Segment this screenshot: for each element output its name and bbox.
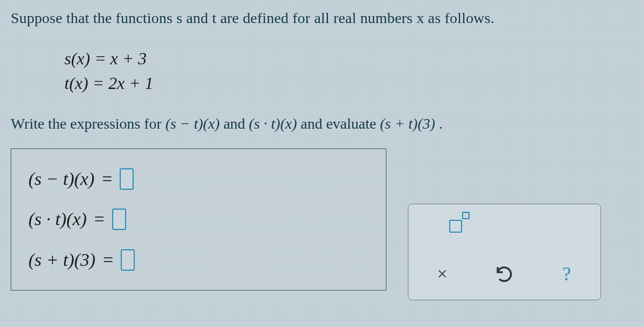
function-definitions: s(x) = x + 3 t(x) = 2x + 1 (64, 46, 633, 96)
tool-panel: × ? (408, 204, 601, 300)
ask-mid-1: and (223, 115, 248, 132)
answer-3-lhs: (s + t)(3) (28, 250, 96, 270)
answer-row-3: (s + t)(3) = (28, 249, 369, 271)
help-button[interactable]: ? (550, 261, 583, 287)
clear-button[interactable]: × (426, 261, 459, 287)
ask-prefix: Write the expressions for (11, 115, 165, 132)
undo-icon (494, 264, 515, 284)
answer-row-1: (s − t)(x) = (28, 168, 369, 190)
ask-expr-1: (s − t)(x) (165, 115, 219, 132)
answer-2-input[interactable] (112, 209, 126, 230)
equals-sign: = (94, 209, 105, 229)
answer-3-input[interactable] (121, 249, 135, 271)
equals-sign: = (102, 169, 112, 189)
problem-question: Write the expressions for (s − t)(x) and… (11, 115, 633, 132)
answer-1-lhs: (s − t)(x) (28, 169, 94, 189)
help-icon: ? (562, 263, 571, 285)
definition-s: s(x) = x + 3 (64, 46, 633, 71)
ask-expr-2: (s · t)(x) (249, 115, 297, 132)
ask-mid-2: and evaluate (301, 115, 380, 132)
undo-button[interactable] (488, 261, 521, 287)
ask-expr-3: (s + t)(3) (380, 115, 435, 132)
answer-2-lhs: (s · t)(x) (28, 209, 87, 229)
answer-row-2: (s · t)(x) = (28, 209, 369, 230)
problem-intro: Suppose that the functions s and t are d… (11, 10, 633, 27)
exponent-button[interactable] (440, 214, 472, 239)
answer-box: (s − t)(x) = (s · t)(x) = (s + t)(3) = (11, 148, 386, 291)
exponent-base-icon (449, 220, 462, 233)
ask-suffix: . (439, 115, 443, 132)
answer-1-input[interactable] (120, 168, 134, 190)
definition-t: t(x) = 2x + 1 (64, 71, 633, 95)
tool-row-templates (420, 214, 589, 251)
equals-sign: = (103, 250, 113, 270)
exponent-superscript-icon (462, 212, 470, 219)
tool-row-actions: × ? (420, 261, 589, 287)
close-icon: × (437, 264, 447, 284)
